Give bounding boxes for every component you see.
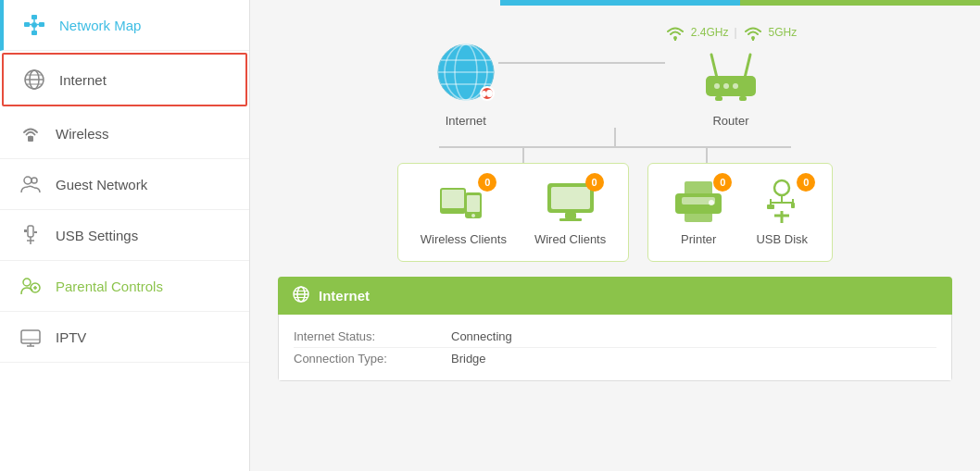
info-section: Internet Internet Status: Connecting Con… bbox=[278, 277, 952, 381]
svg-point-23 bbox=[23, 279, 31, 286]
sidebar-item-internet[interactable]: Internet bbox=[2, 53, 247, 106]
sidebar-item-parental-controls[interactable]: Parental Controls bbox=[0, 261, 249, 312]
internet-error-badge bbox=[480, 86, 495, 101]
branch-v-left bbox=[522, 148, 524, 163]
svg-point-63 bbox=[709, 200, 714, 205]
branch-v-right bbox=[706, 148, 708, 163]
svg-rect-2 bbox=[24, 22, 30, 27]
parental-icon bbox=[19, 274, 43, 298]
info-row-connection-type: Connection Type: Bridge bbox=[294, 348, 936, 369]
svg-rect-22 bbox=[34, 231, 37, 233]
printer-icon: 0 bbox=[671, 179, 726, 225]
printer-item[interactable]: 0 Printer bbox=[671, 179, 726, 246]
network-icon bbox=[22, 13, 46, 37]
usb-icon bbox=[19, 223, 43, 247]
usb-disk-badge: 0 bbox=[797, 173, 815, 192]
usb-disk-label: USB Disk bbox=[756, 232, 808, 246]
sidebar-item-wireless[interactable]: Wireless bbox=[0, 108, 249, 159]
sidebar-item-guest-network[interactable]: Guest Network bbox=[0, 159, 249, 210]
sidebar-item-iptv[interactable]: IPTV bbox=[0, 312, 249, 363]
wireless-clients-label: Wireless Clients bbox=[421, 232, 507, 246]
sidebar-item-guest-network-label: Guest Network bbox=[56, 177, 147, 192]
svg-rect-48 bbox=[739, 96, 747, 101]
internet-globe-icon bbox=[22, 68, 46, 92]
svg-rect-3 bbox=[39, 22, 44, 27]
tv-icon bbox=[19, 325, 43, 349]
wifi-separator: | bbox=[734, 26, 736, 39]
svg-rect-53 bbox=[442, 190, 464, 208]
svg-point-15 bbox=[30, 136, 32, 139]
printer-badge: 0 bbox=[713, 173, 732, 192]
svg-rect-0 bbox=[31, 15, 37, 19]
wireless-clients-icon: 0 bbox=[435, 179, 491, 225]
sidebar-item-internet-label: Internet bbox=[59, 72, 107, 88]
svg-rect-56 bbox=[551, 187, 590, 209]
internet-node[interactable]: Internet bbox=[433, 40, 498, 128]
wireless-clients-item[interactable]: 0 Wireless Clients bbox=[421, 179, 507, 246]
wifi-5-label: 5GHz bbox=[769, 26, 798, 39]
usb-disk-icon: 0 bbox=[754, 179, 810, 225]
wifi-labels: 2.4GHz | 5GHz bbox=[665, 24, 798, 41]
svg-rect-58 bbox=[559, 218, 582, 221]
svg-point-44 bbox=[714, 83, 720, 89]
svg-rect-57 bbox=[565, 213, 576, 218]
svg-point-17 bbox=[31, 178, 37, 183]
svg-rect-73 bbox=[791, 203, 795, 208]
wireless-clients-badge: 0 bbox=[478, 173, 496, 192]
network-diagram: Internet 2.4GHz | bbox=[278, 24, 952, 262]
info-globe-icon bbox=[293, 286, 309, 305]
sidebar-item-usb-settings[interactable]: USB Settings bbox=[0, 210, 249, 261]
sidebar: Network Map Internet Wireless bbox=[0, 0, 250, 471]
connection-type-key: Connection Type: bbox=[294, 352, 423, 366]
svg-rect-50 bbox=[467, 195, 480, 212]
guest-icon bbox=[19, 172, 43, 196]
internet-node-label: Internet bbox=[446, 114, 486, 128]
info-body: Internet Status: Connecting Connection T… bbox=[278, 315, 952, 381]
info-header: Internet bbox=[278, 277, 952, 315]
svg-point-4 bbox=[31, 22, 37, 28]
status-key: Internet Status: bbox=[294, 329, 423, 343]
main-content: Internet 2.4GHz | bbox=[250, 0, 980, 471]
v-line-top bbox=[614, 128, 616, 146]
router-icon bbox=[698, 50, 763, 105]
branch-lines bbox=[439, 148, 791, 163]
usb-disk-item[interactable]: 0 USB Disk bbox=[754, 179, 810, 246]
svg-line-41 bbox=[711, 55, 717, 78]
wifi-24-label: 2.4GHz bbox=[691, 26, 729, 39]
svg-rect-47 bbox=[715, 96, 722, 101]
wireless-icon bbox=[19, 121, 43, 145]
usb-devices-box: 0 Printer bbox=[647, 163, 833, 262]
info-title: Internet bbox=[319, 288, 370, 304]
svg-rect-18 bbox=[28, 226, 33, 237]
sidebar-item-network-map[interactable]: Network Map bbox=[0, 0, 249, 51]
svg-point-51 bbox=[471, 214, 475, 217]
router-node[interactable]: 2.4GHz | 5GHz bbox=[665, 24, 798, 128]
status-value: Connecting bbox=[451, 329, 512, 343]
svg-point-66 bbox=[774, 180, 789, 195]
svg-rect-21 bbox=[24, 229, 27, 232]
tree-connector bbox=[278, 128, 952, 163]
svg-rect-43 bbox=[706, 76, 756, 96]
info-row-status: Internet Status: Connecting bbox=[294, 326, 936, 348]
wired-clients-icon: 0 bbox=[543, 179, 598, 225]
sidebar-item-parental-controls-label: Parental Controls bbox=[56, 279, 163, 294]
svg-rect-70 bbox=[767, 205, 774, 209]
printer-label: Printer bbox=[681, 232, 716, 246]
svg-line-42 bbox=[745, 55, 750, 78]
internet-icon bbox=[433, 40, 498, 105]
connection-type-value: Bridge bbox=[451, 352, 486, 366]
svg-point-16 bbox=[24, 177, 31, 184]
wired-clients-badge: 0 bbox=[585, 173, 604, 192]
svg-point-46 bbox=[733, 83, 738, 89]
top-bar bbox=[500, 0, 980, 6]
svg-point-40 bbox=[751, 36, 755, 40]
svg-rect-27 bbox=[21, 330, 40, 343]
svg-point-45 bbox=[723, 83, 729, 89]
wired-clients-label: Wired Clients bbox=[534, 232, 606, 246]
wireless-wired-box: 0 Wireless Clients bbox=[397, 163, 629, 262]
sidebar-item-network-map-label: Network Map bbox=[59, 18, 141, 33]
client-boxes: 0 Wireless Clients bbox=[397, 163, 833, 262]
top-nodes: Internet 2.4GHz | bbox=[433, 24, 798, 128]
svg-rect-62 bbox=[685, 211, 712, 222]
wired-clients-item[interactable]: 0 Wired Clients bbox=[534, 179, 606, 246]
